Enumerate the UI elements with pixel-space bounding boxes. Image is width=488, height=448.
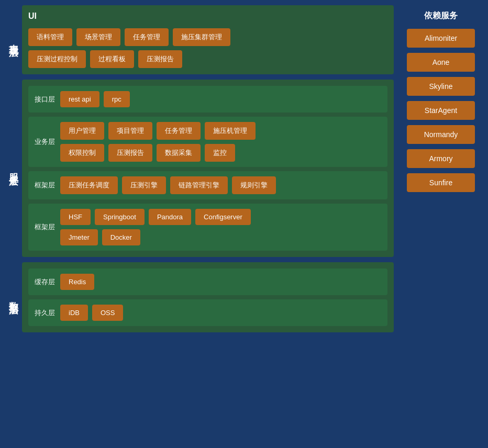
framework2-chips-container: HSF Springboot Pandora Configserver Jmet… (60, 209, 251, 245)
framework2-row-2: Jmeter Docker (60, 229, 251, 245)
sidebar-item-aone[interactable]: Aone (407, 53, 475, 72)
chip-yuliaoguanli: 语料管理 (28, 28, 72, 46)
chip-shiyajiqunguanli: 施压集群管理 (173, 28, 230, 46)
presentation-row-2: 压测过程控制 过程看板 压测报告 (28, 50, 387, 68)
chip-docker: Docker (102, 229, 140, 245)
chip-renwuguanli2: 任务管理 (157, 122, 201, 140)
chip-shiyajiguanli: 施压机管理 (205, 122, 256, 140)
business-row-2: 权限控制 压测报告 数据采集 监控 (60, 144, 256, 162)
sidebar-item-skyline[interactable]: Skyline (407, 77, 475, 96)
chip-shujucaiji: 数据采集 (157, 144, 201, 162)
data-body: 缓存层 Redis 持久层 iDB OSS (22, 262, 394, 332)
sidebar-item-sunfire[interactable]: Sunfire (407, 173, 475, 192)
chip-guochengkongzhi: 压测过程控制 (28, 50, 86, 68)
chip-springboot: Springboot (95, 209, 145, 225)
persist-subsection: 持久层 iDB OSS (28, 299, 387, 326)
chip-yacelibao2: 压测报告 (108, 144, 152, 162)
persist-label: 持久层 (35, 308, 55, 318)
chip-renwuguanli: 任务管理 (125, 28, 169, 46)
ui-label: UI (28, 12, 387, 21)
business-chips-container: 用户管理 项目管理 任务管理 施压机管理 权限控制 压测报告 数据采集 监控 (60, 122, 256, 162)
interface-label: 接口层 (35, 95, 55, 104)
main-content: 表现层 UI 语料管理 场景管理 任务管理 施压集群管理 压测过程控制 过程看板… (5, 5, 394, 443)
chip-yaceyinqing: 压测引擎 (122, 176, 166, 194)
framework2-row-1: HSF Springboot Pandora Configserver (60, 209, 251, 225)
chip-yonghuguanli: 用户管理 (60, 122, 104, 140)
chip-lianluyinqing: 链路管理引擎 (170, 176, 228, 194)
business-subsection: 业务层 用户管理 项目管理 任务管理 施压机管理 权限控制 压测报告 数据采集 (28, 117, 387, 167)
service-body: 接口层 rest api rpc 业务层 用户管理 项目管理 任务管理 施压机管… (22, 80, 394, 257)
sidebar-item-normandy[interactable]: Normandy (407, 125, 475, 144)
sidebar-title: 依赖服务 (424, 10, 458, 21)
sidebar-item-staragent[interactable]: StarAgent (407, 101, 475, 120)
chip-configserver: Configserver (195, 209, 251, 225)
chip-restapi: rest api (60, 91, 99, 107)
interface-chips: rest api rpc (60, 91, 130, 107)
cache-label: 缓存层 (35, 277, 55, 287)
chip-jmeter: Jmeter (60, 229, 98, 245)
data-layer: 数据层 缓存层 Redis 持久层 iDB OSS (5, 262, 394, 332)
chip-oss: OSS (92, 305, 123, 321)
business-label: 业务层 (35, 137, 55, 147)
cache-chips: Redis (60, 274, 94, 290)
framework2-subsection: 框架层 HSF Springboot Pandora Configserver … (28, 204, 387, 251)
chip-yacerenwu: 压测任务调度 (60, 176, 118, 194)
interface-subsection: 接口层 rest api rpc (28, 86, 387, 113)
presentation-layer-label: 表现层 (5, 5, 22, 74)
service-layer-label: 服务层 (5, 80, 22, 257)
chip-hsf: HSF (60, 209, 91, 225)
sidebar-item-alimoniter[interactable]: Alimoniter (407, 29, 475, 48)
chip-idb: iDB (60, 305, 88, 321)
business-row-container: 业务层 用户管理 项目管理 任务管理 施压机管理 权限控制 压测报告 数据采集 (35, 122, 381, 162)
chip-jiankong: 监控 (205, 144, 235, 162)
chip-guizeyinqing: 规则引擎 (232, 176, 276, 194)
sidebar-item-armory[interactable]: Armory (407, 149, 475, 168)
persist-chips: iDB OSS (60, 305, 123, 321)
chip-changjingguanli: 场景管理 (76, 28, 120, 46)
chip-quankongzhi: 权限控制 (60, 144, 104, 162)
framework1-label: 框架层 (35, 181, 55, 190)
chip-redis: Redis (60, 274, 94, 290)
sidebar: 依赖服务 Alimoniter Aone Skyline StarAgent N… (399, 5, 483, 443)
data-layer-label: 数据层 (5, 262, 22, 332)
framework1-chips: 压测任务调度 压测引擎 链路管理引擎 规则引擎 (60, 176, 276, 194)
presentation-body: UI 语料管理 场景管理 任务管理 施压集群管理 压测过程控制 过程看板 压测报… (22, 5, 394, 74)
presentation-row-1: 语料管理 场景管理 任务管理 施压集群管理 (28, 28, 387, 46)
chip-yacelibao: 压测报告 (138, 50, 182, 68)
framework2-label: 框架层 (35, 222, 55, 232)
framework2-row-container: 框架层 HSF Springboot Pandora Configserver … (35, 209, 381, 245)
business-row-1: 用户管理 项目管理 任务管理 施压机管理 (60, 122, 256, 140)
cache-subsection: 缓存层 Redis (28, 268, 387, 295)
chip-pandora: Pandora (149, 209, 191, 225)
service-layer: 服务层 接口层 rest api rpc 业务层 用户管理 项目管理 (5, 80, 394, 257)
presentation-layer: 表现层 UI 语料管理 场景管理 任务管理 施压集群管理 压测过程控制 过程看板… (5, 5, 394, 74)
chip-guochengkanban: 过程看板 (90, 50, 134, 68)
chip-rpc: rpc (104, 91, 130, 107)
chip-xiangmuguanli: 项目管理 (108, 122, 152, 140)
framework1-subsection: 框架层 压测任务调度 压测引擎 链路管理引擎 规则引擎 (28, 171, 387, 199)
